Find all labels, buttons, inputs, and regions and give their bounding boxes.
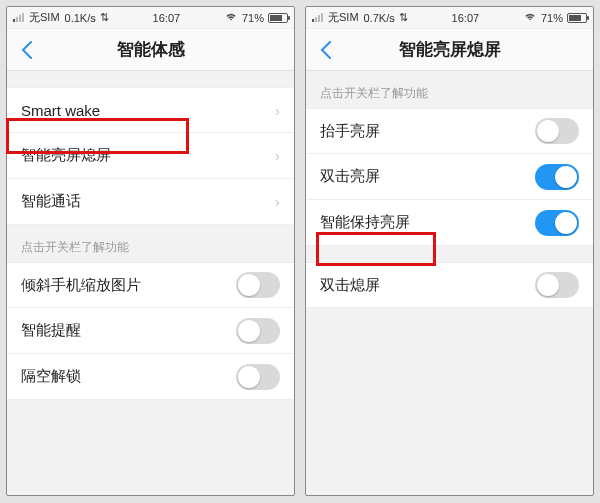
- page-title: 智能体感: [7, 38, 294, 61]
- chevron-left-icon: [21, 41, 33, 59]
- row-label: 智能提醒: [21, 321, 236, 340]
- row-label: 智能通话: [21, 192, 275, 211]
- battery-pct: 71%: [242, 12, 264, 24]
- row-label: 双击熄屏: [320, 276, 535, 295]
- chevron-right-icon: ›: [275, 147, 280, 164]
- signal-icon: [312, 13, 323, 22]
- chevron-right-icon: ›: [275, 193, 280, 210]
- wifi-icon: [224, 12, 238, 24]
- transfer-icon: ⇅: [399, 11, 408, 24]
- toggle-double-tap-sleep[interactable]: [535, 272, 579, 298]
- status-time: 16:07: [408, 12, 523, 24]
- row-label: 智能保持亮屏: [320, 213, 535, 232]
- wifi-icon: [523, 12, 537, 24]
- row-smart-call[interactable]: 智能通话 ›: [7, 179, 294, 225]
- row-smart-remind[interactable]: 智能提醒: [7, 308, 294, 354]
- status-bar: 无SIM 0.1K/s ⇅ 16:07 71%: [7, 7, 294, 29]
- toggle-keep-screen-on[interactable]: [535, 210, 579, 236]
- status-time: 16:07: [109, 12, 224, 24]
- phone-left: 无SIM 0.1K/s ⇅ 16:07 71% 智能体感 Smart wake …: [6, 6, 295, 496]
- row-double-tap-sleep[interactable]: 双击熄屏: [306, 262, 593, 308]
- row-keep-screen-on[interactable]: 智能保持亮屏: [306, 200, 593, 246]
- chevron-right-icon: ›: [275, 102, 280, 119]
- row-double-tap-wake[interactable]: 双击亮屏: [306, 154, 593, 200]
- back-button[interactable]: [15, 38, 39, 62]
- net-speed: 0.1K/s: [65, 12, 96, 24]
- toggle-smart-remind[interactable]: [236, 318, 280, 344]
- battery-icon: [567, 13, 587, 23]
- row-label: Smart wake: [21, 102, 275, 119]
- chevron-left-icon: [320, 41, 332, 59]
- carrier-label: 无SIM: [328, 10, 359, 25]
- row-label: 抬手亮屏: [320, 122, 535, 141]
- status-bar: 无SIM 0.7K/s ⇅ 16:07 71%: [306, 7, 593, 29]
- row-label: 双击亮屏: [320, 167, 535, 186]
- battery-pct: 71%: [541, 12, 563, 24]
- row-label: 倾斜手机缩放图片: [21, 276, 236, 295]
- toggle-raise-wake[interactable]: [535, 118, 579, 144]
- nav-bar: 智能体感: [7, 29, 294, 71]
- row-smart-screen[interactable]: 智能亮屏熄屏 ›: [7, 133, 294, 179]
- group-hint: 点击开关栏了解功能: [306, 71, 593, 108]
- row-label: 智能亮屏熄屏: [21, 146, 275, 165]
- group-hint: 点击开关栏了解功能: [7, 225, 294, 262]
- toggle-tilt-zoom[interactable]: [236, 272, 280, 298]
- phone-right: 无SIM 0.7K/s ⇅ 16:07 71% 智能亮屏熄屏 点击开关栏了解功能…: [305, 6, 594, 496]
- row-tilt-zoom[interactable]: 倾斜手机缩放图片: [7, 262, 294, 308]
- signal-icon: [13, 13, 24, 22]
- carrier-label: 无SIM: [29, 10, 60, 25]
- row-air-unlock[interactable]: 隔空解锁: [7, 354, 294, 400]
- net-speed: 0.7K/s: [364, 12, 395, 24]
- row-raise-wake[interactable]: 抬手亮屏: [306, 108, 593, 154]
- toggle-air-unlock[interactable]: [236, 364, 280, 390]
- page-title: 智能亮屏熄屏: [306, 38, 593, 61]
- nav-bar: 智能亮屏熄屏: [306, 29, 593, 71]
- transfer-icon: ⇅: [100, 11, 109, 24]
- back-button[interactable]: [314, 38, 338, 62]
- battery-icon: [268, 13, 288, 23]
- toggle-double-tap-wake[interactable]: [535, 164, 579, 190]
- row-smart-wake[interactable]: Smart wake ›: [7, 87, 294, 133]
- row-label: 隔空解锁: [21, 367, 236, 386]
